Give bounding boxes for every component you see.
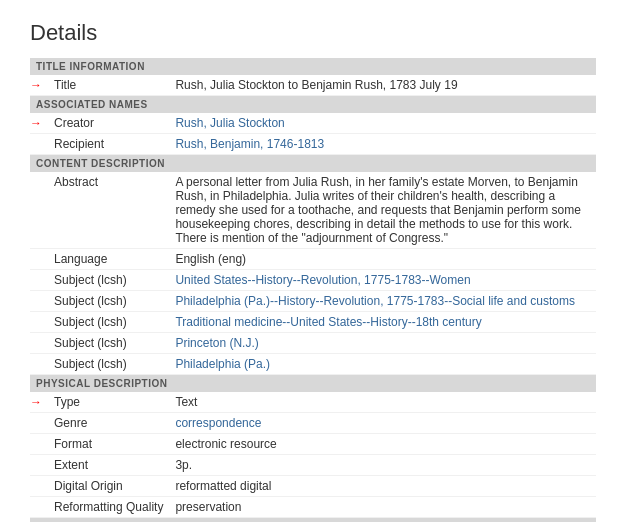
arrow-indicator xyxy=(30,249,48,270)
field-value[interactable]: Traditional medicine--United States--His… xyxy=(169,312,596,333)
field-value: preservation xyxy=(169,497,596,518)
field-value: 3p. xyxy=(169,455,596,476)
table-row: Subject (lcsh)Princeton (N.J.) xyxy=(30,333,596,354)
field-value: electronic resource xyxy=(169,434,596,455)
table-row: Subject (lcsh)Philadelphia (Pa.) xyxy=(30,354,596,375)
arrow-indicator: → xyxy=(30,113,48,134)
field-label: Subject (lcsh) xyxy=(48,354,169,375)
field-label: Subject (lcsh) xyxy=(48,291,169,312)
table-row: Digital Originreformatted digital xyxy=(30,476,596,497)
table-row: Formatelectronic resource xyxy=(30,434,596,455)
field-label: Subject (lcsh) xyxy=(48,312,169,333)
table-row: Subject (lcsh)Traditional medicine--Unit… xyxy=(30,312,596,333)
arrow-indicator xyxy=(30,476,48,497)
field-value[interactable]: Philadelphia (Pa.)--History--Revolution,… xyxy=(169,291,596,312)
table-row: LanguageEnglish (eng) xyxy=(30,249,596,270)
field-value: A personal letter from Julia Rush, in he… xyxy=(169,172,596,249)
field-label: Recipient xyxy=(48,134,169,155)
arrow-indicator xyxy=(30,270,48,291)
arrow-indicator xyxy=(30,354,48,375)
field-value[interactable]: Philadelphia (Pa.) xyxy=(169,354,596,375)
field-value[interactable]: Rush, Benjamin, 1746-1813 xyxy=(169,134,596,155)
section-header-title-information: TITLE INFORMATION xyxy=(30,58,596,75)
field-value: reformatted digital xyxy=(169,476,596,497)
field-value: English (eng) xyxy=(169,249,596,270)
table-row: RecipientRush, Benjamin, 1746-1813 xyxy=(30,134,596,155)
section-header-associated-names: ASSOCIATED NAMES xyxy=(30,96,596,114)
field-label: Genre xyxy=(48,413,169,434)
field-label: Title xyxy=(48,75,169,96)
table-row: →CreatorRush, Julia Stockton xyxy=(30,113,596,134)
table-row: →TitleRush, Julia Stockton to Benjamin R… xyxy=(30,75,596,96)
arrow-indicator xyxy=(30,413,48,434)
section-header-content-description: CONTENT DESCRIPTION xyxy=(30,155,596,173)
field-label: Reformatting Quality xyxy=(48,497,169,518)
section-header-physical-description: PHYSICAL DESCRIPTION xyxy=(30,375,596,393)
arrow-indicator xyxy=(30,172,48,249)
table-row: AbstractA personal letter from Julia Rus… xyxy=(30,172,596,249)
field-value[interactable]: correspondence xyxy=(169,413,596,434)
arrow-indicator xyxy=(30,434,48,455)
field-label: Type xyxy=(48,392,169,413)
table-row: Subject (lcsh)United States--History--Re… xyxy=(30,270,596,291)
field-value: Rush, Julia Stockton to Benjamin Rush, 1… xyxy=(169,75,596,96)
field-value[interactable]: United States--History--Revolution, 1775… xyxy=(169,270,596,291)
arrow-indicator xyxy=(30,291,48,312)
section-header-origin-information: ORIGIN INFORMATION xyxy=(30,518,596,523)
arrow-indicator xyxy=(30,134,48,155)
page-title: Details xyxy=(30,20,596,46)
field-label: Abstract xyxy=(48,172,169,249)
field-value[interactable]: Princeton (N.J.) xyxy=(169,333,596,354)
field-label: Subject (lcsh) xyxy=(48,333,169,354)
table-row: Reformatting Qualitypreservation xyxy=(30,497,596,518)
field-label: Format xyxy=(48,434,169,455)
field-label: Digital Origin xyxy=(48,476,169,497)
arrow-indicator xyxy=(30,455,48,476)
field-value[interactable]: Rush, Julia Stockton xyxy=(169,113,596,134)
table-row: Genrecorrespondence xyxy=(30,413,596,434)
arrow-indicator xyxy=(30,312,48,333)
field-value: Text xyxy=(169,392,596,413)
arrow-indicator: → xyxy=(30,392,48,413)
field-label: Creator xyxy=(48,113,169,134)
field-label: Language xyxy=(48,249,169,270)
table-row: Extent3p. xyxy=(30,455,596,476)
arrow-indicator xyxy=(30,497,48,518)
table-row: Subject (lcsh)Philadelphia (Pa.)--Histor… xyxy=(30,291,596,312)
field-label: Extent xyxy=(48,455,169,476)
arrow-indicator: → xyxy=(30,75,48,96)
table-row: →TypeText xyxy=(30,392,596,413)
arrow-indicator xyxy=(30,333,48,354)
field-label: Subject (lcsh) xyxy=(48,270,169,291)
details-table: TITLE INFORMATION→TitleRush, Julia Stock… xyxy=(30,58,596,522)
